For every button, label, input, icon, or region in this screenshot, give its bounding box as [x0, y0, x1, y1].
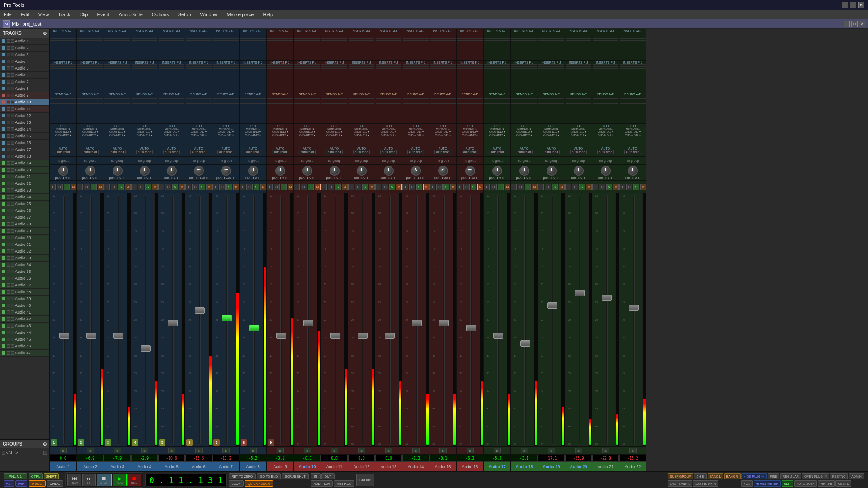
- solo-btn-11[interactable]: S: [335, 184, 341, 190]
- track-audio41[interactable]: Audio 41: [0, 309, 49, 316]
- fader-handle-13[interactable]: [385, 333, 395, 339]
- inserts-fj-3[interactable]: INSERTS F-J: [104, 61, 131, 92]
- io-section-21[interactable]: I / O MorfnDeH1 Cr|DsHD12 ▾ Cr|DsHD12 ▾: [592, 124, 619, 144]
- group-section-6[interactable]: no group: [185, 157, 212, 165]
- solo-btn-10[interactable]: S: [308, 184, 314, 190]
- output-btn-3[interactable]: O: [111, 184, 117, 190]
- fader-track-4[interactable]: [137, 193, 154, 446]
- solo-btn-9[interactable]: S: [281, 184, 287, 190]
- fader-handle-9[interactable]: [276, 333, 286, 339]
- inserts-ae-18[interactable]: INSERTS A-E: [511, 29, 538, 61]
- track-audio23[interactable]: Audio 23: [0, 187, 49, 194]
- fader-track-19[interactable]: [543, 193, 561, 446]
- fader-handle-14[interactable]: [412, 320, 422, 326]
- track-audio37[interactable]: Audio 37: [0, 282, 49, 289]
- track-record[interactable]: [7, 249, 10, 253]
- auto-section-2[interactable]: AUTO auto read: [77, 144, 104, 157]
- fader-track-6[interactable]: [191, 193, 208, 446]
- channel-name-8[interactable]: Audio 8: [240, 462, 266, 471]
- group-section-15[interactable]: no group: [429, 157, 456, 165]
- inserts-ae-6[interactable]: INSERTS A-E: [185, 29, 212, 61]
- io-section-18[interactable]: I / O MorfnDeH1 Cr|DsHD12 ▾ Cr|DsHD12 ▾: [511, 124, 538, 144]
- track-audio44[interactable]: Audio 44: [0, 329, 49, 336]
- sends-ae-18[interactable]: SENDS A-E: [511, 92, 538, 124]
- send-e-btn-5[interactable]: E: [168, 448, 175, 453]
- track-record[interactable]: [7, 100, 10, 104]
- inserts-ae-8[interactable]: INSERTS A-E: [240, 29, 266, 61]
- output-btn-4[interactable]: O: [138, 184, 144, 190]
- solo-btn-2[interactable]: S: [91, 184, 97, 190]
- inserts-fj-22[interactable]: INSERTS F-J: [619, 61, 646, 92]
- track-record[interactable]: [7, 297, 10, 300]
- send-e-btn-12[interactable]: E: [358, 448, 365, 453]
- io-section-3[interactable]: I / O MorfnDeH1 Cr|DsHD12 ▾ Cr|DsHD12 ▾: [104, 124, 131, 144]
- auto-mode-value[interactable]: auto read: [597, 150, 614, 154]
- track-audio29[interactable]: Audio 29: [0, 228, 49, 235]
- track-mute[interactable]: [11, 344, 14, 348]
- inserts-fj-18[interactable]: INSERTS F-J: [511, 61, 538, 92]
- mix-close-btn[interactable]: ✕: [859, 21, 865, 27]
- sends-ae-16[interactable]: SENDS A-E: [457, 92, 483, 124]
- track-audio40[interactable]: Audio 40: [0, 302, 49, 309]
- input-btn-11[interactable]: I: [321, 184, 327, 190]
- io-section-5[interactable]: I / O MorfnDeH1 Cr|DsHD12 ▾ Cr|DsHD12 ▾: [158, 124, 185, 144]
- pan-knob-4[interactable]: [140, 166, 150, 176]
- track-audio15[interactable]: Audio 15: [0, 133, 49, 140]
- pan-section-16[interactable]: pan ◄ 52 ►: [457, 165, 483, 181]
- inserts-ae-10[interactable]: INSERTS A-E: [294, 29, 321, 61]
- mute-btn-13[interactable]: M: [396, 184, 402, 190]
- fader-handle-16[interactable]: [466, 325, 476, 331]
- track-audio31[interactable]: Audio 31: [0, 241, 49, 248]
- channel-name-15[interactable]: Audio 15: [429, 462, 456, 471]
- auto-mode-value[interactable]: auto read: [136, 150, 153, 154]
- track-audio38[interactable]: Audio 38: [0, 289, 49, 296]
- mute-btn-21[interactable]: M: [613, 184, 619, 190]
- fader-handle-4[interactable]: [141, 345, 151, 352]
- solo-btn-20[interactable]: S: [579, 184, 585, 190]
- input-btn-8[interactable]: I: [240, 184, 245, 190]
- track-record[interactable]: [7, 216, 10, 219]
- send-e-btn-4[interactable]: E: [141, 448, 148, 453]
- menu-setup[interactable]: Setup: [176, 11, 193, 18]
- pan-section-17[interactable]: pan ◄ 0 ►: [484, 165, 510, 181]
- auto-mode-value[interactable]: auto read: [380, 150, 397, 154]
- output-btn-20[interactable]: O: [572, 184, 578, 190]
- track-mute[interactable]: [11, 297, 14, 300]
- inserts-ae-5[interactable]: INSERTS A-E: [158, 29, 185, 61]
- pan-section-15[interactable]: pan ◄ 38 ►: [429, 165, 456, 181]
- mute-btn-8[interactable]: M: [260, 184, 266, 190]
- sends-ae-8[interactable]: SENDS A-E: [240, 92, 266, 124]
- output-btn-11[interactable]: O: [328, 184, 334, 190]
- mute-btn-18[interactable]: M: [532, 184, 538, 190]
- channel-name-4[interactable]: Audio 4: [131, 462, 158, 471]
- track-audio18[interactable]: Audio 18: [0, 153, 49, 160]
- track-audio43[interactable]: Audio 43: [0, 323, 49, 329]
- auto-mode-value[interactable]: auto read: [624, 150, 642, 154]
- track-mute[interactable]: [11, 338, 14, 341]
- inserts-fj-4[interactable]: INSERTS F-J: [131, 61, 158, 92]
- inserts-ae-19[interactable]: INSERTS A-E: [538, 29, 565, 61]
- output-btn-21[interactable]: O: [599, 184, 605, 190]
- send-e-btn-17[interactable]: E: [494, 448, 501, 453]
- track-record[interactable]: [7, 53, 10, 56]
- auto-section-7[interactable]: AUTO auto read: [212, 144, 239, 157]
- inserts-ae-3[interactable]: INSERTS A-E: [104, 29, 131, 61]
- track-mute[interactable]: [11, 331, 14, 334]
- inserts-fj-16[interactable]: INSERTS F-J: [457, 61, 483, 92]
- track-mute[interactable]: [11, 161, 14, 165]
- track-mute[interactable]: [11, 60, 14, 63]
- track-record[interactable]: [7, 209, 10, 212]
- inserts-fj-1[interactable]: INSERTS F-J: [50, 61, 76, 92]
- group-section-5[interactable]: no group: [158, 157, 185, 165]
- track-audio39[interactable]: Audio 39: [0, 296, 49, 302]
- io-section-14[interactable]: I / O MorfnDeH1 Cr|DsHD12 ▾ Cr|DsHD12 ▾: [402, 124, 429, 144]
- track-record[interactable]: [7, 73, 10, 77]
- group-section-2[interactable]: no group: [77, 157, 104, 165]
- track-record[interactable]: [7, 222, 10, 226]
- track-mute[interactable]: [11, 127, 14, 131]
- group-section-4[interactable]: no group: [131, 157, 158, 165]
- fader-handle-8[interactable]: [249, 325, 259, 331]
- sends-ae-1[interactable]: SENDS A-E: [50, 92, 76, 124]
- track-mute[interactable]: [11, 290, 14, 294]
- pan-knob-10[interactable]: [302, 166, 312, 176]
